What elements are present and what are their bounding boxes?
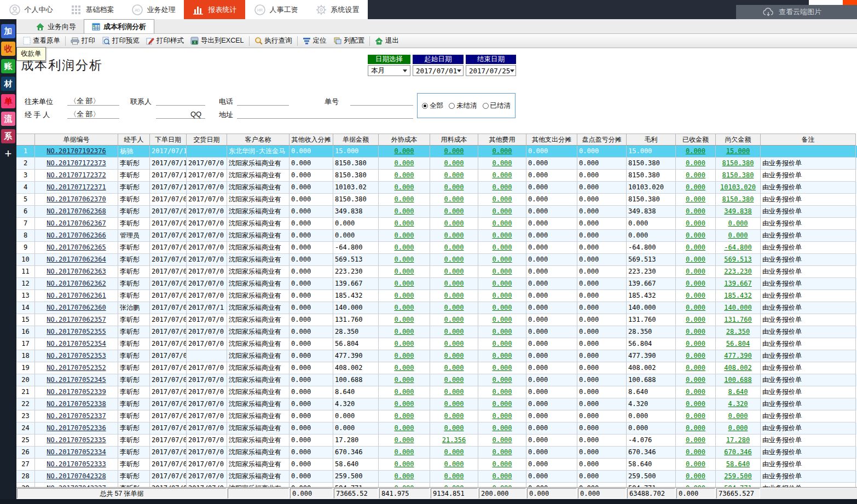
table-row[interactable]: 12NO.201707062362李昕彤2017/07/02017/07/0沈阳…	[16, 278, 857, 290]
drilldown-link[interactable]: 0.000	[394, 340, 414, 347]
drilldown-link[interactable]: 0.000	[492, 388, 512, 396]
drilldown-link[interactable]: 0.000	[394, 460, 414, 468]
drilldown-link[interactable]: 0.000	[394, 195, 414, 203]
menu-item-report-statistics[interactable]: 报表统计	[184, 0, 245, 19]
drilldown-link[interactable]: 408.002	[724, 364, 752, 372]
table-row[interactable]: 23NO.201707052337李昕彤2017/07/02017/07/0沈阳…	[16, 410, 857, 422]
drilldown-link[interactable]: 0.000	[492, 472, 512, 480]
drilldown-link[interactable]: 0.000	[686, 328, 705, 335]
drilldown-link[interactable]: 0.000	[686, 460, 705, 468]
drilldown-link[interactable]: 0.000	[492, 256, 512, 263]
exit-button[interactable]: 退出	[372, 35, 402, 47]
table-row[interactable]: 29NO.201707042327李昕彤2017/07/02017/07/0沈阳…	[16, 483, 857, 487]
drilldown-link[interactable]: 0.000	[492, 159, 512, 167]
drilldown-link[interactable]: 0.000	[686, 448, 705, 456]
doc-link[interactable]: NO.201707052336	[47, 424, 106, 432]
drilldown-link[interactable]: 223.230	[724, 268, 752, 275]
column-header[interactable]: 尚欠金额	[716, 134, 761, 146]
locate-button[interactable]: 定位	[299, 35, 330, 47]
drilldown-link[interactable]: 0.000	[686, 340, 705, 347]
drilldown-link[interactable]: 0.000	[492, 400, 512, 408]
drilldown-link[interactable]: 0.000	[394, 171, 414, 179]
column-header[interactable]: 毛利	[627, 134, 676, 146]
drilldown-link[interactable]: 0.000	[686, 280, 705, 287]
sidebar-quick-button[interactable]: 账	[1, 59, 15, 73]
doc-link[interactable]: NO.201707052345	[47, 376, 106, 384]
drilldown-link[interactable]: 0.000	[686, 159, 705, 167]
drilldown-link[interactable]: 0.000	[686, 195, 705, 203]
column-header[interactable]: 其他费用	[478, 134, 526, 146]
drilldown-link[interactable]: 0.000	[394, 159, 414, 167]
doc-link[interactable]: NO.201707052338	[47, 400, 106, 408]
drilldown-link[interactable]: 0.000	[394, 219, 414, 227]
drilldown-link[interactable]: 0.000	[686, 183, 705, 191]
column-header[interactable]: 单据编号	[35, 134, 118, 146]
address-field[interactable]	[237, 109, 413, 119]
table-row[interactable]: 28NO.201707042328李昕彤2017/07/02017/07/0沈阳…	[16, 471, 857, 483]
sidebar-add-button[interactable]: +	[1, 147, 15, 161]
column-header[interactable]	[16, 134, 35, 146]
drilldown-link[interactable]: 670.346	[724, 448, 752, 456]
drilldown-link[interactable]: 8150.380	[722, 159, 754, 167]
menu-item-system-settings[interactable]: 系统设置	[306, 0, 368, 19]
drilldown-link[interactable]: 0.000	[444, 207, 464, 215]
drilldown-link[interactable]: 0.000	[394, 376, 414, 384]
drilldown-link[interactable]: 0.000	[686, 400, 705, 408]
drilldown-link[interactable]: 0.000	[444, 231, 464, 239]
drilldown-link[interactable]: 185.432	[724, 292, 752, 299]
table-row[interactable]: 6NO.201707062368李昕彤2017/07/02017/07/0沈阳家…	[16, 206, 857, 218]
drilldown-link[interactable]: 0.000	[728, 412, 748, 420]
date-dropdown[interactable]: 2017/07/01	[413, 65, 464, 76]
column-header[interactable]: 已收金额	[676, 134, 716, 146]
tab-cost-profit-analysis[interactable]: 成本利润分析	[84, 19, 154, 33]
table-row[interactable]: 5NO.201707062370李昕彤2017/07/02017/07/0沈阳家…	[16, 194, 857, 206]
drilldown-link[interactable]: 0.000	[444, 292, 464, 299]
drilldown-link[interactable]: 56.804	[726, 340, 750, 347]
drilldown-link[interactable]: 0.000	[394, 424, 414, 432]
drilldown-link[interactable]: 140.000	[724, 304, 752, 311]
drilldown-link[interactable]: 0.000	[444, 388, 464, 396]
column-header[interactable]: 下单日期	[150, 134, 187, 146]
drilldown-link[interactable]: 0.000	[686, 171, 705, 179]
drilldown-link[interactable]: 0.000	[444, 268, 464, 275]
drilldown-link[interactable]: 0.000	[444, 244, 464, 251]
drilldown-link[interactable]: 0.000	[394, 244, 414, 251]
drilldown-link[interactable]: 0.000	[492, 376, 512, 384]
drilldown-link[interactable]: 477.390	[724, 352, 752, 360]
drilldown-link[interactable]: 0.000	[444, 304, 464, 311]
doc-link[interactable]: NO.201707042327	[47, 484, 106, 487]
drilldown-link[interactable]: 139.667	[724, 280, 752, 287]
table-row[interactable]: 2NO.201707172373李昕彤2017/07/12017/07/0沈阳家…	[16, 158, 857, 170]
table-row[interactable]: 7NO.201707062367李昕彤2017/07/02017/07/0沈阳家…	[16, 218, 857, 230]
table-row[interactable]: 4NO.201707172371李昕彤2017/07/12017/07/0沈阳家…	[16, 182, 857, 194]
drilldown-link[interactable]: 0.000	[394, 328, 414, 335]
doc-link[interactable]: NO.201707052355	[47, 328, 106, 335]
drilldown-link[interactable]: 0.000	[492, 304, 512, 311]
doc-link[interactable]: NO.201707062357	[47, 316, 106, 323]
table-row[interactable]: 10NO.201707062364李昕彤2017/07/02017/07/0沈阳…	[16, 254, 857, 266]
drilldown-link[interactable]: 0.000	[394, 388, 414, 396]
table-row[interactable]: 14NO.201707062360张治鹏2017/07/02017/07/1沈阳…	[16, 302, 857, 314]
drilldown-link[interactable]: 0.000	[492, 340, 512, 347]
drilldown-link[interactable]: 0.000	[686, 352, 705, 360]
drilldown-link[interactable]: 0.000	[394, 304, 414, 311]
drilldown-link[interactable]: 0.000	[492, 412, 512, 420]
drilldown-link[interactable]: 0.000	[444, 256, 464, 263]
column-config-button[interactable]: 列配置	[330, 35, 368, 47]
radio-option-unselected[interactable]: 已结清	[483, 101, 511, 111]
drilldown-link[interactable]: 0.000	[492, 280, 512, 287]
menu-item-base-archives[interactable]: 基础档案	[61, 0, 123, 19]
doc-link[interactable]: NO.201707172373	[47, 159, 106, 167]
doc-link[interactable]: NO.201707192376	[47, 147, 106, 155]
doc-link[interactable]: NO.201707052334	[47, 448, 106, 456]
drilldown-link[interactable]: 0.000	[444, 472, 464, 480]
drilldown-link[interactable]: 0.000	[444, 460, 464, 468]
drilldown-link[interactable]: 0.000	[686, 256, 705, 263]
table-row[interactable]: 21NO.201707052339李昕彤2017/07/02017/07/0沈阳…	[16, 386, 857, 398]
window-close-notch[interactable]	[843, 0, 857, 5]
drilldown-link[interactable]: 0.000	[394, 364, 414, 372]
drilldown-link[interactable]: 4.320	[728, 400, 748, 408]
export-excel-button[interactable]: X 导出到EXCEL	[187, 35, 247, 47]
print-style-button[interactable]: 打印样式	[143, 35, 187, 47]
menu-item-personal-center[interactable]: 个人中心	[0, 0, 61, 19]
